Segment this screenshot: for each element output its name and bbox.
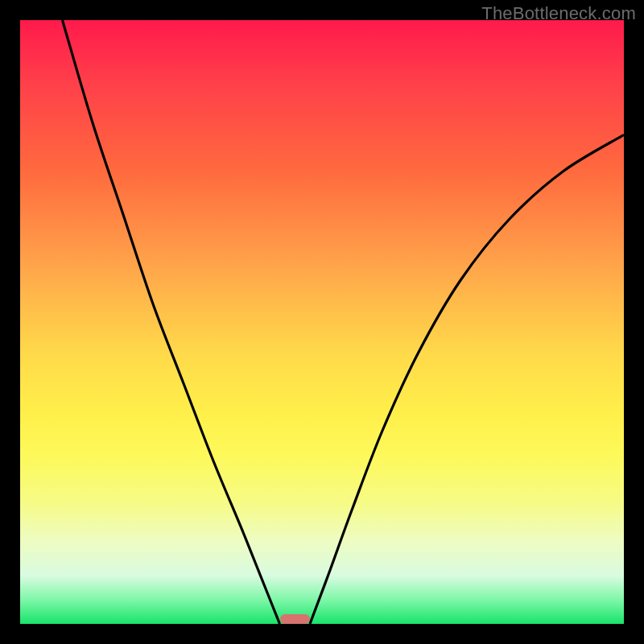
watermark-text: TheBottleneck.com xyxy=(481,3,636,24)
left-curve xyxy=(63,20,280,624)
chart-curves-svg xyxy=(20,20,624,624)
chart-plot-area xyxy=(20,20,624,624)
bottleneck-marker xyxy=(280,614,311,624)
right-curve xyxy=(310,135,624,625)
